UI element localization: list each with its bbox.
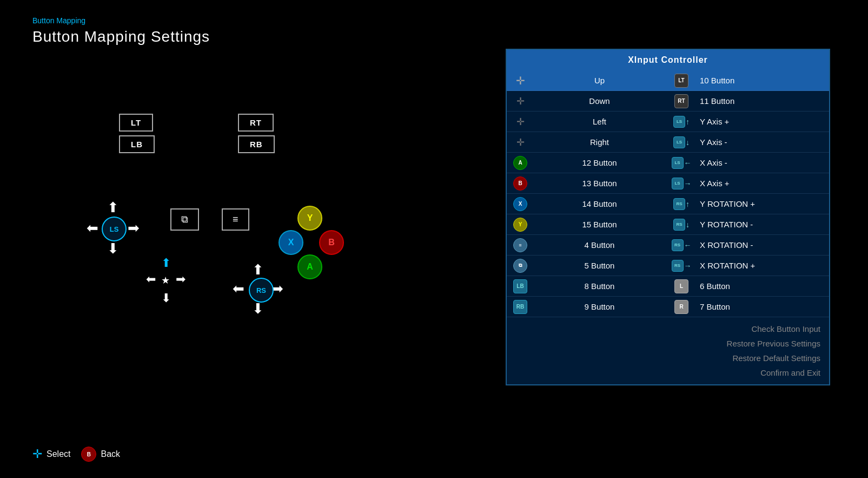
row-right-label: 11 Button: [698, 93, 829, 109]
restore-default-settings[interactable]: Restore Default Settings: [515, 351, 820, 365]
rs-right-combo: RS →: [668, 259, 695, 273]
table-row[interactable]: ⧉ 5 Button RS → X ROTATION +: [507, 256, 829, 276]
y-badge: Y: [513, 218, 527, 232]
dpad-select-icon: ✛: [32, 447, 42, 461]
table-row[interactable]: LB 8 Button L 6 Button: [507, 276, 829, 297]
breadcrumb: Button Mapping: [32, 16, 210, 25]
table-row[interactable]: RB 9 Button R 7 Button: [507, 297, 829, 317]
rs-stick[interactable]: RS: [249, 278, 274, 303]
row-right-label: X Axis -: [698, 155, 829, 171]
rs-arrow-left: ⬅: [233, 281, 244, 296]
start-button[interactable]: ≡: [222, 208, 249, 231]
row-left-label: Right: [534, 134, 665, 150]
table-row[interactable]: ≡ 4 Button RS ← X ROTATION -: [507, 235, 829, 256]
row-right-label: X ROTATION -: [698, 237, 829, 253]
restore-previous-settings[interactable]: Restore Previous Settings: [515, 336, 820, 351]
rb-button[interactable]: RB: [238, 135, 275, 153]
header: Button Mapping Button Mapping Settings: [32, 16, 210, 45]
dpad-icon: ✛: [516, 116, 525, 128]
row-left-label: 9 Button: [534, 299, 665, 315]
mapping-table: ✛ Up LT 10 Button ✛ Down RT 11 Button ✛ …: [507, 70, 829, 317]
row-right-icon: R: [665, 300, 698, 314]
row-right-icon: LT: [665, 74, 698, 88]
row-left-label: Left: [534, 114, 665, 129]
panel-actions: Check Button Input Restore Previous Sett…: [507, 317, 829, 384]
row-right-icon: L: [665, 279, 698, 293]
row-left-icon: B: [507, 176, 534, 191]
table-row[interactable]: ✛ Left LS ↑ Y Axis +: [507, 112, 829, 132]
ls-up-combo: LS ↑: [668, 115, 695, 129]
row-right-icon: RS ↑: [665, 197, 698, 211]
row-right-label: 7 Button: [698, 299, 829, 315]
table-row[interactable]: X 14 Button RS ↑ Y ROTATION +: [507, 194, 829, 214]
dpad-center-star: ★: [161, 274, 170, 286]
lb-badge: LB: [513, 279, 527, 293]
dpad-right[interactable]: ➡: [176, 273, 185, 285]
dpad-down[interactable]: ⬇: [161, 292, 171, 304]
row-right-label: Y Axis -: [698, 134, 829, 150]
row-right-icon: LS ↑: [665, 115, 698, 129]
ls-left-combo: LS ←: [668, 156, 695, 170]
row-left-icon: X: [507, 197, 534, 211]
row-left-label: 5 Button: [534, 258, 665, 273]
row-left-label: 8 Button: [534, 278, 665, 294]
lt-badge: LT: [674, 74, 688, 88]
row-right-label: X ROTATION +: [698, 258, 829, 273]
lb-button[interactable]: LB: [119, 135, 155, 153]
row-right-icon: RS ↓: [665, 218, 698, 232]
select-label: Select: [47, 449, 70, 459]
x-face-button[interactable]: X: [279, 230, 303, 255]
row-left-icon: Y: [507, 218, 534, 232]
row-right-label: 6 Button: [698, 278, 829, 294]
b-back-icon: B: [81, 447, 96, 462]
row-right-icon: RS →: [665, 259, 698, 273]
row-right-icon: LS ←: [665, 156, 698, 170]
table-row[interactable]: ✛ Down RT 11 Button: [507, 91, 829, 112]
table-row[interactable]: Y 15 Button RS ↓ Y ROTATION -: [507, 214, 829, 235]
ls-stick[interactable]: LS: [102, 217, 127, 241]
confirm-and-exit[interactable]: Confirm and Exit: [515, 365, 820, 380]
back-button[interactable]: ⧉: [170, 208, 199, 231]
ls-right-combo: LS →: [668, 176, 695, 191]
row-right-icon: RT: [665, 94, 698, 108]
table-row[interactable]: B 13 Button LS → X Axis +: [507, 173, 829, 194]
row-left-icon: A: [507, 156, 534, 170]
ls-arrow-right: ➡: [128, 221, 140, 235]
rs-arrow-down: ⬇: [252, 302, 264, 316]
b-face-button[interactable]: B: [319, 230, 344, 255]
table-row[interactable]: A 12 Button LS ← X Axis -: [507, 153, 829, 173]
rt-badge: RT: [674, 94, 688, 108]
panel-title: XInput Controller: [507, 50, 829, 70]
table-row[interactable]: ✛ Right LS ↓ Y Axis -: [507, 132, 829, 153]
row-right-label: Y ROTATION +: [698, 196, 829, 212]
row-left-label: Down: [534, 93, 665, 109]
back-hint: B Back: [81, 447, 120, 462]
row-left-icon: ✛: [507, 136, 534, 148]
dpad-up[interactable]: ⬆: [161, 257, 171, 269]
a-face-button[interactable]: A: [297, 254, 322, 279]
bottom-bar: ✛ Select B Back: [32, 447, 120, 462]
rs-left-combo: RS ←: [668, 238, 695, 252]
row-left-label: 13 Button: [534, 175, 665, 191]
r-badge: R: [674, 300, 688, 314]
dpad-up-icon: ✛: [516, 74, 525, 87]
l-badge: L: [674, 279, 688, 293]
row-right-icon: LS →: [665, 176, 698, 191]
ls-arrow-left: ⬅: [87, 221, 98, 235]
rs-arrow-up: ⬆: [252, 263, 264, 277]
dpad-icon: ✛: [516, 136, 525, 148]
dpad-left[interactable]: ⬅: [146, 273, 156, 285]
a-badge: A: [513, 156, 527, 170]
row-right-label: 10 Button: [698, 73, 829, 88]
rb-badge: RB: [513, 300, 527, 314]
table-row[interactable]: ✛ Up LT 10 Button: [507, 70, 829, 91]
ls-arrow-up: ⬆: [107, 200, 119, 214]
rs-up-combo: RS ↑: [668, 197, 695, 211]
x-badge: X: [513, 197, 527, 211]
lt-button[interactable]: LT: [119, 114, 153, 132]
rt-button[interactable]: RT: [238, 114, 274, 132]
check-button-input[interactable]: Check Button Input: [515, 322, 820, 336]
row-left-icon: RB: [507, 300, 534, 314]
y-face-button[interactable]: Y: [297, 206, 322, 231]
page-title: Button Mapping Settings: [32, 28, 210, 45]
